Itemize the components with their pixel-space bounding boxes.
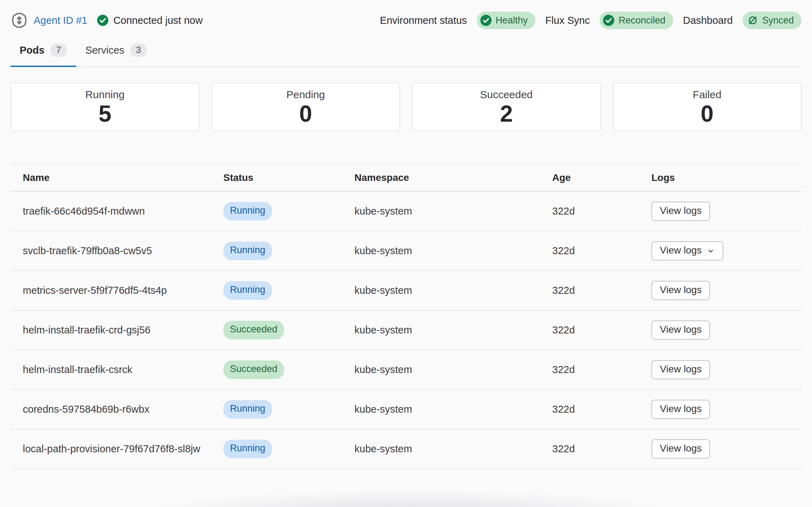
pod-name: metrics-server-5f9f776df5-4ts4p — [11, 283, 223, 298]
pod-namespace: kube-system — [354, 323, 552, 337]
pods-table-header: Name Status Namespace Age Logs — [11, 164, 801, 192]
status-badge: Running — [223, 440, 272, 458]
table-row: traefik-66c46d954f-mdwwn Running kube-sy… — [11, 192, 801, 231]
table-row: local-path-provisioner-79f67d76f8-sl8jw … — [11, 430, 801, 469]
stat-value: 0 — [299, 102, 312, 125]
check-circle-icon — [97, 15, 108, 26]
chevron-down-icon — [706, 245, 715, 255]
agent-summary: Agent ID #1 Connected just now — [11, 12, 203, 29]
stat-value: 5 — [99, 102, 111, 125]
pod-namespace: kube-system — [354, 243, 552, 258]
pod-status-summary: Running 5 Pending 0 Succeeded 2 Failed 0 — [11, 82, 801, 131]
pod-namespace: kube-system — [354, 362, 552, 377]
stat-label: Pending — [286, 89, 325, 101]
flux-sync-value: Reconciled — [618, 15, 665, 26]
stat-label: Running — [85, 89, 124, 101]
column-header-name: Name — [11, 172, 223, 183]
table-row: svclb-traefik-79ffb0a8-cw5v5 Running kub… — [11, 231, 801, 271]
view-logs-label: View logs — [660, 364, 702, 375]
view-logs-button[interactable]: View logs — [651, 360, 710, 379]
view-logs-label: View logs — [660, 205, 702, 216]
view-logs-label: View logs — [660, 245, 702, 256]
dashboard-label: Dashboard — [683, 15, 733, 26]
connection-status-text: Connected just now — [113, 15, 203, 26]
column-header-namespace: Namespace — [354, 172, 552, 183]
table-row: helm-install-traefik-csrck Succeeded kub… — [11, 350, 801, 390]
status-badge: Running — [223, 242, 272, 260]
check-circle-icon — [603, 15, 614, 26]
column-header-age: Age — [552, 172, 651, 183]
table-row: helm-install-traefik-crd-gsj56 Succeeded… — [11, 311, 801, 350]
column-header-status: Status — [223, 172, 354, 183]
pod-name: local-path-provisioner-79f67d76f8-sl8jw — [11, 441, 223, 456]
stat-card-failed: Failed 0 — [613, 82, 802, 131]
view-logs-button[interactable]: View logs — [651, 400, 710, 419]
topbar: Agent ID #1 Connected just now Environme… — [0, 0, 812, 30]
sync-slash-circle-icon — [747, 15, 758, 26]
dashboard-sync-value: Synced — [762, 15, 794, 26]
view-logs-label: View logs — [660, 324, 702, 335]
pod-age: 322d — [552, 323, 651, 337]
tab-pods-count: 7 — [50, 43, 67, 57]
pod-age: 322d — [552, 441, 651, 456]
connection-status: Connected just now — [97, 15, 203, 26]
bottom-shade — [0, 465, 812, 507]
pod-namespace: kube-system — [354, 402, 552, 417]
stat-label: Succeeded — [480, 89, 533, 101]
resource-tabs: Pods 7 Services 3 — [11, 39, 801, 67]
status-badge: Succeeded — [223, 360, 284, 379]
view-logs-button[interactable]: View logs — [651, 202, 710, 221]
agent-hexagon-arrows-icon — [11, 12, 28, 29]
pod-namespace: kube-system — [354, 283, 552, 298]
pods-table-body: traefik-66c46d954f-mdwwn Running kube-sy… — [11, 192, 801, 469]
stat-card-running: Running 5 — [11, 82, 199, 131]
status-badge: Succeeded — [223, 321, 284, 339]
environment-status-value: Healthy — [496, 15, 528, 26]
table-row: coredns-597584b69b-r6wbx Running kube-sy… — [11, 390, 801, 430]
stat-card-succeeded: Succeeded 2 — [412, 82, 601, 131]
pod-namespace: kube-system — [354, 441, 552, 456]
flux-sync-badge: Reconciled — [600, 12, 673, 29]
tab-services-label: Services — [85, 45, 124, 56]
column-header-logs: Logs — [651, 172, 801, 183]
tab-pods-label: Pods — [20, 45, 45, 56]
pod-name: coredns-597584b69b-r6wbx — [11, 402, 223, 417]
environment-summary: Environment status Healthy Flux Sync — [380, 12, 801, 29]
view-logs-button[interactable]: View logs — [651, 320, 710, 340]
stat-label: Failed — [693, 89, 722, 101]
stat-card-pending: Pending 0 — [211, 82, 400, 131]
check-circle-icon — [480, 15, 492, 26]
status-badge: Running — [223, 281, 272, 299]
agent-link[interactable]: Agent ID #1 — [34, 15, 87, 26]
pod-age: 322d — [552, 204, 651, 218]
pod-name: traefik-66c46d954f-mdwwn — [11, 204, 223, 218]
pod-name: helm-install-traefik-csrck — [11, 362, 223, 377]
pod-age: 322d — [552, 362, 651, 377]
pod-age: 322d — [552, 402, 651, 417]
status-badge: Running — [223, 202, 272, 220]
stat-value: 0 — [701, 102, 713, 125]
pod-age: 322d — [552, 283, 651, 298]
tab-pods[interactable]: Pods 7 — [11, 39, 76, 67]
environment-status-badge: Healthy — [477, 12, 536, 29]
pod-age: 322d — [552, 243, 651, 258]
view-logs-label: View logs — [660, 443, 702, 454]
view-logs-label: View logs — [660, 403, 702, 414]
view-logs-label: View logs — [660, 284, 702, 296]
agent-dashboard-page: Agent ID #1 Connected just now Environme… — [0, 0, 812, 507]
table-row: metrics-server-5f9f776df5-4ts4p Running … — [11, 271, 801, 311]
stat-value: 2 — [500, 102, 513, 125]
view-logs-button[interactable]: View logs — [651, 241, 723, 261]
tab-services[interactable]: Services 3 — [76, 39, 156, 67]
view-logs-button[interactable]: View logs — [651, 281, 710, 300]
pod-name: svclb-traefik-79ffb0a8-cw5v5 — [11, 243, 223, 258]
view-logs-button[interactable]: View logs — [651, 439, 710, 459]
dashboard-sync-badge: Synced — [743, 12, 801, 29]
environment-status-label: Environment status — [380, 15, 467, 26]
flux-sync-label: Flux Sync — [545, 15, 590, 26]
pod-namespace: kube-system — [354, 204, 552, 218]
tab-services-count: 3 — [130, 43, 147, 57]
pods-table: Name Status Namespace Age Logs traefik-6… — [11, 164, 801, 469]
pod-name: helm-install-traefik-crd-gsj56 — [11, 323, 223, 337]
status-badge: Running — [223, 400, 272, 418]
